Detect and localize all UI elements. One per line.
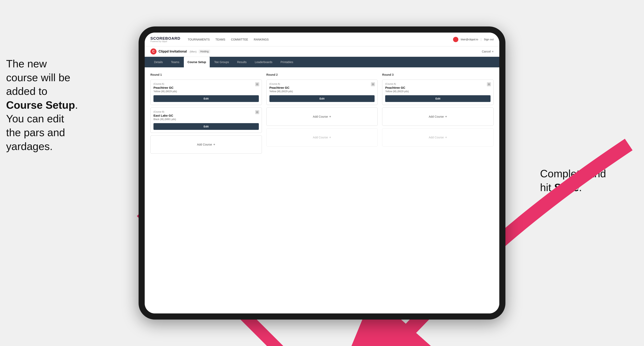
logo-main: SCOREBOARD (150, 36, 180, 41)
nav-teams[interactable]: TEAMS (216, 37, 225, 42)
hosting-badge: Hosting (199, 50, 210, 53)
round2-add-course-card[interactable]: Add Course + (266, 107, 378, 126)
round3-course-a-card: ⊟ (Course A) Peachtree GC Yellow (M) (66… (382, 80, 494, 105)
round3-add-course-label: Add Course (429, 115, 444, 118)
round2-add-course-label: Add Course (313, 115, 328, 118)
round1-course-a-card: ⊟ (Course A) Peachtree GC Yellow (M) (66… (150, 80, 262, 105)
round2-add-course-disabled-plus-icon: + (329, 135, 331, 139)
round3-course-a-name: Peachtree GC (385, 86, 490, 89)
nav-left: SCOREBOARD Powered by clippd TOURNAMENTS… (150, 36, 268, 42)
round1-course-a-delete[interactable]: ⊟ (255, 82, 259, 86)
cancel-button[interactable]: Cancel × (482, 50, 494, 53)
tab-printables[interactable]: Printables (277, 57, 297, 67)
tournament-gender: (Men) (190, 50, 197, 53)
round2-course-a-tag: (Course A) (270, 83, 375, 85)
round1-add-course-label: Add Course (197, 143, 212, 146)
tab-results[interactable]: Results (233, 57, 250, 67)
tournament-name: Clippd Invitational (158, 50, 187, 53)
round3-course-a-tag: (Course A) (385, 83, 490, 85)
round2-course-a-edit-btn[interactable]: Edit (270, 95, 375, 102)
round-2-column: Round 2 ⊟ (Course A) Peachtree GC Yellow… (266, 73, 378, 154)
round1-add-course-card[interactable]: Add Course + (150, 135, 262, 154)
round1-course-b-edit-btn[interactable]: Edit (154, 123, 259, 130)
round2-course-a-card: ⊟ (Course A) Peachtree GC Yellow (M) (66… (266, 80, 378, 105)
round2-course-a-name: Peachtree GC (270, 86, 375, 89)
round2-add-course-plus-icon: + (329, 115, 331, 119)
scoreboard-logo: SCOREBOARD Powered by clippd (150, 36, 180, 42)
avatar (453, 37, 458, 42)
round-3-label: Round 3 (382, 73, 494, 76)
round3-course-a-details: Yellow (M) (6629 yds) (385, 90, 490, 93)
round3-add-course-disabled-plus-icon: + (445, 135, 447, 139)
tab-leaderboards[interactable]: Leaderboards (251, 57, 276, 67)
main-content: Round 1 ⊟ (Course A) Peachtree GC Yellow… (145, 67, 499, 314)
round-1-column: Round 1 ⊟ (Course A) Peachtree GC Yellow… (150, 73, 262, 154)
round3-course-a-edit-btn[interactable]: Edit (385, 95, 490, 102)
nav-right: blair@clippd.io | Sign out (453, 37, 494, 42)
tab-tee-groups[interactable]: Tee Groups (210, 57, 232, 67)
tab-bar: Details Teams Course Setup Tee Groups Re… (145, 57, 499, 67)
tournament-bar: C Clippd Invitational (Men) Hosting Canc… (145, 46, 499, 57)
round2-add-course-disabled-label: Add Course (313, 136, 328, 139)
round3-course-a-delete[interactable]: ⊟ (487, 82, 491, 86)
sign-out-link[interactable]: Sign out (484, 38, 494, 41)
annotation-left: The new course will be added to Course S… (6, 57, 132, 153)
round3-add-course-card[interactable]: Add Course + (382, 107, 494, 126)
round-2-label: Round 2 (266, 73, 378, 76)
tablet-screen: SCOREBOARD Powered by clippd TOURNAMENTS… (145, 32, 499, 314)
round1-course-a-name: Peachtree GC (154, 86, 259, 89)
round-1-label: Round 1 (150, 73, 262, 76)
round3-add-course-disabled-card: Add Course + (382, 128, 494, 147)
nav-links: TOURNAMENTS TEAMS COMMITTEE RANKINGS (188, 37, 268, 42)
tab-teams[interactable]: Teams (167, 57, 183, 67)
nav-tournaments[interactable]: TOURNAMENTS (188, 37, 210, 42)
round-3-column: Round 3 ⊟ (Course A) Peachtree GC Yellow… (382, 73, 494, 154)
round1-course-a-details: Yellow (M) (6629 yds) (154, 90, 259, 93)
annotation-right: Complete and hit Save. (540, 167, 638, 194)
tablet-frame: SCOREBOARD Powered by clippd TOURNAMENTS… (138, 26, 506, 320)
round1-course-b-card: ⊟ (Course B) East Lake GC Black (M) (689… (150, 107, 262, 133)
nav-rankings[interactable]: RANKINGS (254, 37, 268, 42)
tournament-info: C Clippd Invitational (Men) Hosting (150, 48, 210, 54)
round3-add-course-disabled-label: Add Course (429, 136, 444, 139)
round3-add-course-plus-icon: + (445, 115, 447, 119)
round1-course-b-delete[interactable]: ⊟ (255, 110, 259, 114)
user-email: blair@clippd.io (461, 38, 478, 41)
round2-add-course-disabled-card: Add Course + (266, 128, 378, 147)
tournament-logo: C (150, 48, 156, 54)
round2-course-a-delete[interactable]: ⊟ (371, 82, 375, 86)
logo-sub: Powered by clippd (150, 40, 180, 42)
round1-course-b-details: Black (M) (6891 yds) (154, 118, 259, 121)
round1-course-a-edit-btn[interactable]: Edit (154, 95, 259, 102)
top-nav: SCOREBOARD Powered by clippd TOURNAMENTS… (145, 32, 499, 46)
rounds-container: Round 1 ⊟ (Course A) Peachtree GC Yellow… (150, 73, 494, 154)
nav-committee[interactable]: COMMITTEE (231, 37, 248, 42)
round1-course-a-tag: (Course A) (154, 83, 259, 85)
round2-course-a-details: Yellow (M) (6629 yds) (270, 90, 375, 93)
round1-add-course-plus-icon: + (213, 143, 215, 147)
tab-details[interactable]: Details (150, 57, 166, 67)
round1-course-b-tag: (Course B) (154, 111, 259, 113)
round1-course-b-name: East Lake GC (154, 114, 259, 117)
tab-course-setup[interactable]: Course Setup (184, 57, 210, 67)
